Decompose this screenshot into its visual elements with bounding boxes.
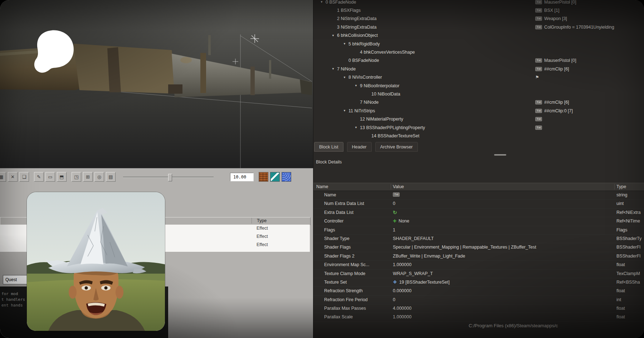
tab-label: Block List	[319, 144, 338, 150]
type-column-header[interactable]: Type	[616, 184, 626, 189]
tree-row[interactable]: ▼ 11 NiTriStrips ##cmClip:0 [7]	[313, 107, 644, 115]
expander-icon[interactable]: ▼	[329, 34, 337, 37]
field-value-cell[interactable]	[393, 210, 399, 215]
tree-node-label: 4 bhkConvexVerticesShape	[360, 50, 415, 55]
slider-handle[interactable]	[168, 174, 172, 181]
tree-node-label: 12 NiMaterialProperty	[360, 117, 403, 122]
tree-row[interactable]: ▼ 14 BSShaderTextureSet	[313, 132, 644, 140]
field-name-cell: Shader Flags	[324, 245, 351, 250]
tree-row[interactable]: ▼ 6 bhkCollisionObject	[313, 31, 644, 40]
details-row[interactable]: Texture Set 19 [BSShaderTextureSet] Ref<…	[313, 278, 644, 287]
tree-node-label: 7 NiNode	[360, 100, 379, 105]
delete-icon[interactable]: ✕	[8, 172, 18, 182]
tree-row[interactable]: ▼ 0 BSFadeNode MauserPistol [0]	[313, 57, 644, 65]
field-value-text: None	[399, 219, 409, 224]
field-value-cell[interactable]: ZBuffer_Write | Envmap_Light_Fade	[393, 254, 465, 259]
bricks-texture-icon[interactable]	[259, 172, 268, 182]
field-value-cell[interactable]: Specular | Environment_Mapping | Remappa…	[393, 245, 536, 250]
field-value-cell[interactable]: WRAP_S_WRAP_T	[393, 271, 433, 276]
details-row[interactable]: Shader Flags Specular | Environment_Mapp…	[313, 243, 644, 252]
value-type-icon	[535, 109, 542, 113]
tree-row[interactable]: ▼ 13 BSShaderPPLightingProperty	[313, 123, 644, 132]
details-row[interactable]: Shader Flags 2 ZBuffer_Write | Envmap_Li…	[313, 252, 644, 261]
details-row[interactable]: Flags 1 Flags	[313, 226, 644, 235]
details-row[interactable]: Refraction Fire Period 0 int	[313, 296, 644, 304]
column-divider	[391, 184, 391, 190]
details-row[interactable]: Name string	[313, 191, 644, 200]
expander-icon[interactable]: ▼	[341, 109, 348, 112]
frame-icon[interactable]: ◳	[72, 172, 81, 182]
expander-icon[interactable]: ▼	[341, 42, 348, 45]
field-value-cell[interactable]: None	[393, 219, 409, 224]
list-icon[interactable]: ▤	[106, 172, 116, 182]
field-value-cell[interactable]: 0.000000	[393, 288, 411, 293]
fill-icon[interactable]: ⬒	[57, 172, 67, 182]
tree-row[interactable]: ▼ 9 NiBoolInterpolator	[313, 82, 644, 90]
select-grid-icon[interactable]: ▦	[0, 172, 6, 182]
expander-icon[interactable]: ▼	[341, 76, 348, 79]
expander-icon[interactable]: ▼	[329, 67, 337, 70]
field-value-cell[interactable]: 0	[393, 201, 395, 206]
zoom-slider[interactable]	[123, 177, 214, 179]
tool-glyph: ⊞	[86, 174, 90, 180]
details-row[interactable]: Parallax Max Passes 4.000000 float	[313, 304, 644, 313]
creator-avatar[interactable]	[27, 192, 165, 331]
details-row[interactable]: Controller None Ref<NiTime	[313, 217, 644, 226]
details-row[interactable]: Extra Data List Ref<NiExtra	[313, 209, 644, 217]
stipple-texture-icon[interactable]	[282, 172, 291, 182]
tree-node-value-text: ##cmClip:0 [7]	[544, 108, 573, 113]
clone-icon[interactable]: ❏	[19, 172, 29, 182]
name-column-header[interactable]: Name	[316, 184, 328, 189]
details-row[interactable]: Parallax Scale 1.000000 float	[313, 313, 644, 322]
type-column-header[interactable]: Type	[257, 218, 267, 223]
tree-row[interactable]: ▼ 5 bhkRigidBody	[313, 40, 644, 48]
render-viewport[interactable]	[0, 0, 313, 168]
details-row[interactable]: Refraction Strength 0.000000 float	[313, 287, 644, 295]
expander-icon[interactable]: ▼	[352, 126, 360, 129]
expander-icon[interactable]: ▼	[318, 0, 326, 4]
tree-row[interactable]: ▼ 4 bhkConvexVerticesShape	[313, 48, 644, 56]
panel-tab[interactable]: Header	[347, 142, 372, 152]
field-value-cell[interactable]: 1.000000	[393, 314, 411, 319]
field-value-cell[interactable]: 19 [BSShaderTextureSet]	[393, 280, 450, 285]
tree-row[interactable]: ▼ 0 BSFadeNode MauserPistol [0]	[313, 0, 644, 6]
details-row[interactable]: Shader Type SHADER_DEFAULT BSShaderTy	[313, 235, 644, 243]
block-list-tree[interactable]: ▼ 0 BSFadeNode MauserPistol [0] ▼ 1 BSXF…	[313, 0, 644, 141]
tool-glyph: ❏	[22, 174, 26, 180]
tree-row[interactable]: ▼ 7 NiNode ##cmClip [6]	[313, 98, 644, 107]
field-value-cell[interactable]	[393, 192, 402, 197]
field-value-cell[interactable]: 1.000000	[393, 262, 411, 267]
tree-row[interactable]: ▼ 12 NiMaterialProperty	[313, 115, 644, 123]
field-value-cell[interactable]: 0	[393, 297, 395, 302]
field-name-cell: Controller	[324, 219, 343, 224]
field-value-cell[interactable]: 4.000000	[393, 306, 411, 311]
panel-tabs: Block List Header Archive Browser	[314, 141, 418, 152]
panel-tab[interactable]: Archive Browser	[375, 142, 418, 152]
tree-row[interactable]: ▼ 1 BSXFlags BSX [1]	[313, 6, 644, 14]
field-value-cell[interactable]: SHADER_DEFAULT	[393, 236, 434, 241]
tree-node-value-text: MauserPistol [0]	[544, 0, 576, 5]
expander-icon[interactable]: ▼	[352, 84, 360, 87]
tree-node-value-text: ##cmClip [6]	[544, 100, 569, 105]
tree-row[interactable]: ▼ 2 NiStringExtraData Weapon [3]	[313, 15, 644, 23]
zoom-value-input[interactable]: 10.00	[230, 173, 254, 181]
tree-node-value-text: MauserPistol [0]	[544, 58, 576, 63]
edit-icon[interactable]: ✎	[34, 172, 44, 182]
tree-row[interactable]: ▼ 10 NiBoolData	[313, 90, 644, 98]
details-header-row[interactable]: Name Value Type	[313, 183, 644, 191]
tree-row[interactable]: ▼ 8 NiVisController	[313, 73, 644, 82]
details-row[interactable]: Num Extra Data List 0 uint	[313, 200, 644, 208]
tree-row[interactable]: ▼ 3 NiStringExtraData ColGroupInfo = 170…	[313, 23, 644, 31]
splitter-handle[interactable]	[494, 154, 506, 156]
box-icon[interactable]: ▭	[45, 172, 55, 182]
details-row[interactable]: Environment Map Sc... 1.000000 float	[313, 261, 644, 269]
avatar-illustration	[27, 192, 165, 331]
water-arrow-icon[interactable]	[270, 172, 280, 182]
details-row[interactable]: Texture Clamp Mode WRAP_S_WRAP_T TexClam…	[313, 270, 644, 278]
tree-row[interactable]: ▼ 7 NiNode ##cmClip [6]	[313, 65, 644, 73]
panel-tab[interactable]: Block List	[314, 142, 343, 152]
grid-icon[interactable]: ⊞	[83, 172, 93, 182]
value-column-header[interactable]: Value	[393, 184, 404, 189]
angle-snap-icon[interactable]: ◎	[94, 172, 104, 182]
field-value-cell[interactable]: 1	[393, 227, 395, 232]
